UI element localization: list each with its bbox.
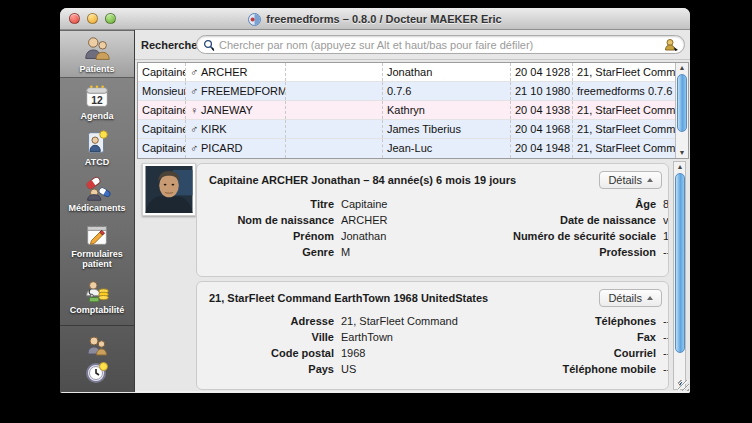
cell-address: freemedforms 0.7.6 bbox=[573, 82, 675, 100]
search-box bbox=[196, 35, 685, 54]
identity-details-button[interactable]: Détails bbox=[599, 171, 662, 189]
male-icon: ♂ bbox=[190, 63, 201, 81]
scroll-down-icon[interactable]: ▼ bbox=[676, 148, 688, 158]
cell-name: ARCHER bbox=[201, 66, 247, 78]
male-icon: ♂ bbox=[190, 139, 201, 157]
sidebar: Patients 12 Agenda ATCD bbox=[60, 30, 135, 392]
sidebar-item-formulaires[interactable]: Formulaires patient bbox=[60, 216, 134, 272]
table-row[interactable]: Capitaine ♀JANEWAY Kathryn 20 04 1938 21… bbox=[138, 101, 675, 120]
cell-firstname: James Tiberius bbox=[383, 120, 511, 138]
sidebar-item-comptabilite[interactable]: Comptabilité bbox=[60, 272, 134, 318]
search-input[interactable] bbox=[219, 39, 664, 51]
details-button-label: Détails bbox=[608, 292, 642, 304]
male-icon: ♂ bbox=[190, 120, 201, 138]
cell-title: Monsieur bbox=[138, 82, 186, 100]
cell-title: Capitaine bbox=[138, 63, 186, 81]
accounting-icon bbox=[82, 276, 112, 304]
sidebar-item-label: Médicaments bbox=[60, 203, 134, 213]
table-row[interactable]: Capitaine ♂KIRK James Tiberius 20 04 196… bbox=[138, 120, 675, 139]
sidebar-item-agenda[interactable]: 12 Agenda bbox=[60, 78, 134, 124]
identity-fields-right: Âge84 année(s) 6 mois 19 jours Date de n… bbox=[471, 198, 668, 258]
search-icon bbox=[203, 39, 215, 51]
titlebar[interactable]: freemedforms – 0.8.0 / Docteur MAEKER Er… bbox=[60, 8, 690, 30]
cell-dob: 20 04 1928 bbox=[511, 63, 573, 81]
cell-firstname: Jean-Luc bbox=[383, 139, 511, 158]
new-patient-icon[interactable] bbox=[664, 38, 679, 52]
app-icon bbox=[248, 13, 261, 26]
cell-address: 21, StarFleet Comman... bbox=[573, 63, 675, 81]
cell-address: 21, StarFleet Comman... bbox=[573, 101, 675, 119]
patient-photo[interactable] bbox=[142, 163, 196, 216]
desktop: freemedforms – 0.8.0 / Docteur MAEKER Er… bbox=[0, 0, 752, 423]
cell-title: Capitaine bbox=[138, 120, 186, 138]
search-row: Rechercher bbox=[135, 30, 690, 60]
resize-grip[interactable] bbox=[678, 380, 689, 391]
patient-details: Capitaine ARCHER Jonathan – 84 année(s) … bbox=[135, 161, 690, 390]
users-icon bbox=[85, 334, 109, 358]
sidebar-item-atcd[interactable]: ATCD bbox=[60, 124, 134, 170]
sidebar-item-patients[interactable]: Patients bbox=[60, 30, 134, 78]
cell-address: 21, StarFleet Comman... bbox=[573, 120, 675, 138]
sidebar-item-label: Patients bbox=[60, 64, 134, 74]
scroll-up-icon[interactable]: ▲ bbox=[676, 63, 688, 73]
details-scrollbar[interactable]: ▲ ▼ bbox=[673, 161, 686, 390]
address-fields-right: Téléphones-- Fax-- Courriel-- Téléphone … bbox=[471, 315, 668, 375]
clock-icon bbox=[85, 360, 109, 384]
cell-empty bbox=[286, 139, 383, 158]
cell-dob: 20 04 1968 bbox=[511, 120, 573, 138]
zoom-button[interactable] bbox=[105, 13, 116, 24]
details-button-label: Détails bbox=[608, 174, 642, 186]
cell-name: PICARD bbox=[201, 142, 243, 154]
sidebar-item-label: ATCD bbox=[60, 157, 134, 167]
cell-name: FREEMEDFORMS bbox=[201, 85, 286, 97]
patient-table: Capitaine ♂ARCHER Jonathan 20 04 1928 21… bbox=[137, 62, 689, 159]
address-fields-left: Adresse21, StarFleet Command VilleEarthT… bbox=[209, 315, 471, 375]
scroll-up-icon[interactable]: ▲ bbox=[674, 162, 686, 172]
patient-table-body: Capitaine ♂ARCHER Jonathan 20 04 1928 21… bbox=[138, 63, 675, 158]
sidebar-footer bbox=[60, 325, 134, 386]
forms-icon bbox=[82, 220, 112, 248]
sidebar-item-label: Formulaires patient bbox=[60, 249, 134, 269]
close-button[interactable] bbox=[69, 13, 80, 24]
cell-empty bbox=[286, 101, 383, 119]
table-scrollbar[interactable]: ▲ ▼ bbox=[675, 63, 688, 158]
window-bottom-edge bbox=[135, 391, 690, 393]
app-window: freemedforms – 0.8.0 / Docteur MAEKER Er… bbox=[60, 8, 690, 393]
address-details-button[interactable]: Détails bbox=[599, 289, 662, 307]
table-row[interactable]: Capitaine ♂PICARD Jean-Luc 20 04 1948 21… bbox=[138, 139, 675, 158]
calendar-icon: 12 bbox=[82, 82, 112, 110]
recent-button[interactable] bbox=[85, 360, 109, 384]
scrollbar-thumb[interactable] bbox=[675, 173, 685, 353]
identity-section: Capitaine ARCHER Jonathan – 84 année(s) … bbox=[196, 163, 669, 277]
cell-firstname: Kathryn bbox=[383, 101, 511, 119]
address-header: 21, StarFleet Command EarthTown 1968 Uni… bbox=[209, 289, 488, 304]
cell-address: 21, StarFleet Comman... bbox=[573, 139, 675, 158]
scrollbar-thumb[interactable] bbox=[677, 74, 687, 132]
minimize-button[interactable] bbox=[87, 13, 98, 24]
atcd-icon bbox=[82, 128, 112, 156]
cell-dob: 21 10 1980 bbox=[511, 82, 573, 100]
male-icon: ♂ bbox=[190, 82, 201, 100]
identity-fields-left: TitreCapitaine Nom de naissanceARCHER Pr… bbox=[209, 198, 471, 258]
search-label: Rechercher bbox=[141, 39, 202, 51]
table-row[interactable]: Monsieur ♂FREEMEDFORMS 0.7.6 21 10 1980 … bbox=[138, 82, 675, 101]
main-area: Rechercher Capitaine ♂ARCHER bbox=[135, 30, 690, 392]
sidebar-item-label: Agenda bbox=[60, 111, 134, 121]
sidebar-item-medicaments[interactable]: Médicaments bbox=[60, 170, 134, 216]
cell-name: KIRK bbox=[201, 123, 227, 135]
cell-title: Capitaine bbox=[138, 139, 186, 158]
calendar-day-number: 12 bbox=[91, 95, 103, 106]
cell-empty bbox=[286, 63, 383, 81]
identity-header: Capitaine ARCHER Jonathan – 84 année(s) … bbox=[209, 171, 516, 186]
table-row[interactable]: Capitaine ♂ARCHER Jonathan 20 04 1928 21… bbox=[138, 63, 675, 82]
cell-firstname: 0.7.6 bbox=[383, 82, 511, 100]
window-title: freemedforms – 0.8.0 / Docteur MAEKER Er… bbox=[266, 13, 501, 25]
cell-empty bbox=[286, 120, 383, 138]
users-button[interactable] bbox=[85, 334, 109, 358]
cell-dob: 20 04 1948 bbox=[511, 139, 573, 158]
pills-icon bbox=[82, 174, 112, 202]
patients-icon bbox=[82, 35, 112, 63]
cell-empty bbox=[286, 82, 383, 100]
cell-name: JANEWAY bbox=[201, 104, 253, 116]
cell-dob: 20 04 1938 bbox=[511, 101, 573, 119]
